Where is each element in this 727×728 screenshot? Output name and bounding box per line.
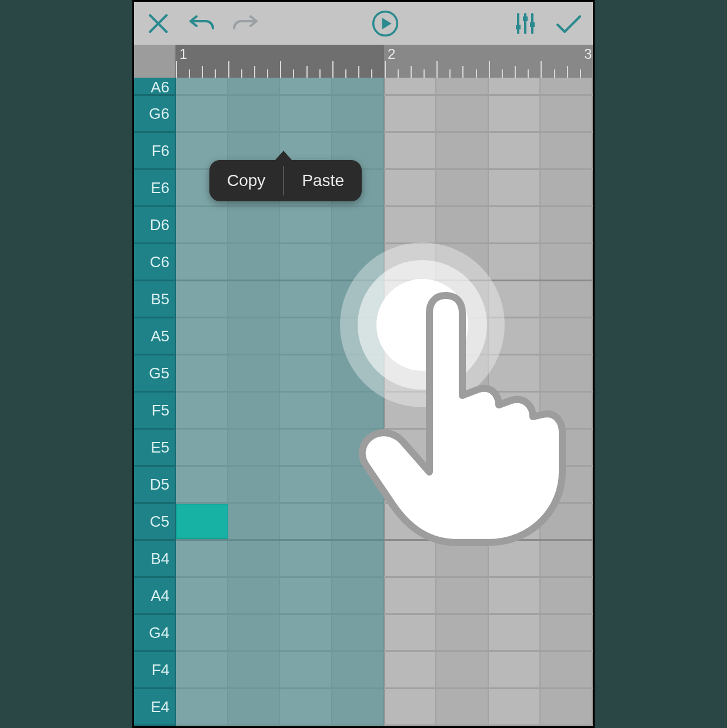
grid-cell[interactable] bbox=[489, 578, 541, 613]
note-row-cells[interactable] bbox=[176, 689, 593, 724]
grid-cell[interactable] bbox=[489, 96, 541, 131]
grid-cell[interactable] bbox=[228, 652, 281, 687]
grid-cell[interactable] bbox=[436, 430, 489, 465]
grid-cell[interactable] bbox=[436, 689, 489, 724]
grid-cell[interactable] bbox=[332, 96, 385, 131]
grid-cell[interactable] bbox=[489, 504, 541, 539]
grid-cell[interactable] bbox=[489, 689, 541, 724]
grid-cell[interactable] bbox=[385, 207, 437, 242]
grid-cell[interactable] bbox=[332, 430, 385, 465]
grid-cell[interactable] bbox=[228, 689, 281, 724]
grid-cell[interactable] bbox=[541, 541, 593, 576]
grid-cell[interactable] bbox=[385, 467, 437, 502]
note-row-cells[interactable] bbox=[176, 652, 593, 687]
grid-cell[interactable] bbox=[280, 281, 332, 317]
grid-cell[interactable] bbox=[228, 578, 281, 613]
grid-cell[interactable] bbox=[228, 504, 281, 539]
note-row[interactable]: G6 bbox=[134, 96, 593, 133]
grid-cell[interactable] bbox=[176, 78, 228, 94]
grid-cell[interactable] bbox=[489, 133, 541, 168]
grid-cell[interactable] bbox=[385, 504, 437, 539]
note-row[interactable]: D6 bbox=[134, 207, 593, 244]
note-row-cells[interactable] bbox=[176, 430, 593, 465]
done-button[interactable] bbox=[555, 10, 582, 37]
grid-cell[interactable] bbox=[280, 318, 332, 354]
note-row-cells[interactable] bbox=[176, 281, 593, 317]
note-row-cells[interactable] bbox=[176, 541, 593, 576]
grid-cell[interactable] bbox=[176, 318, 228, 354]
grid-cell[interactable] bbox=[332, 355, 385, 391]
grid-cell[interactable] bbox=[332, 207, 385, 242]
grid-cell[interactable] bbox=[385, 652, 437, 687]
grid-cell[interactable] bbox=[228, 615, 281, 650]
grid-cell[interactable] bbox=[541, 96, 593, 131]
grid-cell[interactable] bbox=[489, 541, 541, 576]
grid-cell[interactable] bbox=[541, 244, 593, 280]
grid-cell[interactable] bbox=[228, 318, 281, 354]
mixer-button[interactable] bbox=[512, 10, 539, 37]
grid-cell[interactable] bbox=[280, 689, 332, 724]
note-row-cells[interactable] bbox=[176, 96, 593, 131]
note-row-cells[interactable] bbox=[176, 467, 593, 502]
grid-cell[interactable] bbox=[332, 78, 385, 94]
grid-cell[interactable] bbox=[228, 467, 281, 502]
grid-cell[interactable] bbox=[541, 504, 593, 539]
grid-cell[interactable] bbox=[541, 207, 593, 242]
grid-cell[interactable] bbox=[228, 393, 281, 428]
grid-cell[interactable] bbox=[228, 355, 281, 391]
grid-cell[interactable] bbox=[436, 244, 489, 280]
note-row[interactable]: E5 bbox=[134, 430, 593, 467]
grid-cell[interactable] bbox=[228, 96, 281, 131]
grid-cell[interactable] bbox=[176, 281, 228, 317]
grid-cell[interactable] bbox=[176, 652, 228, 687]
grid-cell[interactable] bbox=[436, 78, 489, 94]
grid-cell[interactable] bbox=[436, 504, 489, 539]
note-row-cells[interactable] bbox=[176, 318, 593, 354]
grid-cell[interactable] bbox=[332, 541, 385, 576]
grid-cell[interactable] bbox=[280, 207, 332, 242]
grid-cell[interactable] bbox=[228, 281, 281, 317]
grid-cell[interactable] bbox=[436, 281, 489, 317]
grid-cell[interactable] bbox=[436, 318, 489, 354]
grid-cell[interactable] bbox=[436, 541, 489, 576]
grid-cell[interactable] bbox=[176, 393, 228, 428]
grid-cell[interactable] bbox=[332, 467, 385, 502]
grid-cell[interactable] bbox=[436, 578, 489, 613]
midi-note[interactable] bbox=[176, 504, 228, 539]
grid-cell[interactable] bbox=[541, 615, 593, 650]
grid-cell[interactable] bbox=[280, 430, 332, 465]
note-row[interactable]: B4 bbox=[134, 541, 593, 578]
grid-cell[interactable] bbox=[228, 244, 281, 280]
grid-cell[interactable] bbox=[332, 652, 385, 687]
grid-cell[interactable] bbox=[541, 355, 593, 391]
grid-cell[interactable] bbox=[176, 689, 228, 724]
note-row[interactable]: A4 bbox=[134, 578, 593, 615]
grid-cell[interactable] bbox=[489, 207, 541, 242]
grid-cell[interactable] bbox=[176, 615, 228, 650]
grid-cell[interactable] bbox=[332, 504, 385, 539]
note-row-cells[interactable] bbox=[176, 504, 593, 539]
grid-cell[interactable] bbox=[176, 578, 228, 613]
grid-cell[interactable] bbox=[280, 652, 332, 687]
grid-cell[interactable] bbox=[176, 355, 228, 391]
note-row-cells[interactable] bbox=[176, 78, 593, 94]
play-button[interactable] bbox=[372, 10, 399, 37]
grid-cell[interactable] bbox=[280, 541, 332, 576]
grid-cell[interactable] bbox=[228, 430, 281, 465]
piano-roll[interactable]: A6G6F6E6D6C6B5A5G5F5E5D5C5B4A4G4F4E4D4 C… bbox=[134, 78, 593, 726]
grid-cell[interactable] bbox=[176, 430, 228, 465]
grid-cell[interactable] bbox=[436, 133, 489, 168]
grid-cell[interactable] bbox=[385, 393, 437, 428]
grid-cell[interactable] bbox=[385, 430, 437, 465]
note-row-cells[interactable] bbox=[176, 615, 593, 650]
grid-cell[interactable] bbox=[280, 467, 332, 502]
grid-cell[interactable] bbox=[176, 541, 228, 576]
grid-cell[interactable] bbox=[332, 393, 385, 428]
grid-cell[interactable] bbox=[332, 578, 385, 613]
grid-cell[interactable] bbox=[436, 652, 489, 687]
note-row[interactable]: G4 bbox=[134, 615, 593, 652]
grid-cell[interactable] bbox=[332, 281, 385, 317]
note-row[interactable]: C6 bbox=[134, 244, 593, 281]
grid-cell[interactable] bbox=[176, 467, 228, 502]
grid-cell[interactable] bbox=[385, 355, 437, 391]
